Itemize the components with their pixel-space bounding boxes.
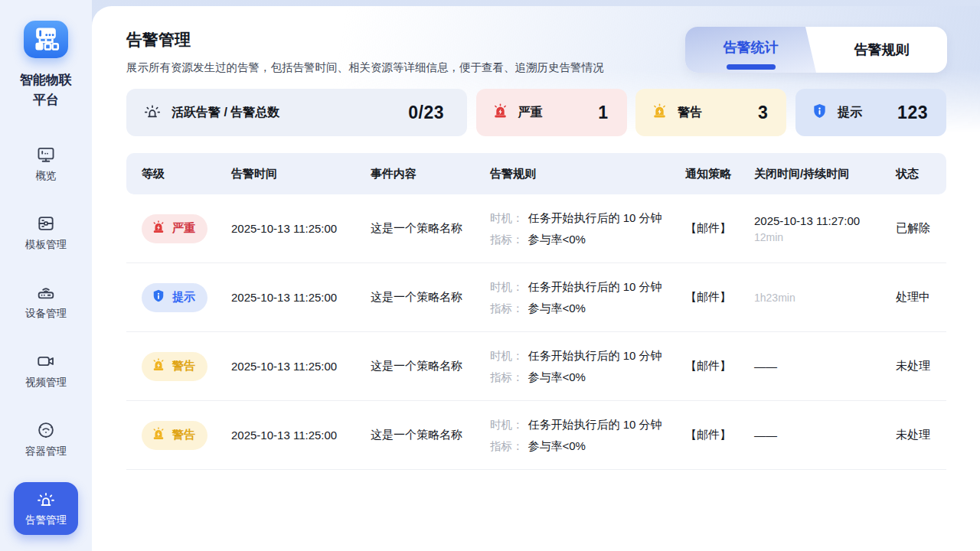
level-badge: 严重 [142,214,207,243]
table-header: 等级 告警时间 事件内容 告警规则 通知策略 关闭时间/持续时间 状态 [126,153,946,194]
close-duration: —— [754,427,896,444]
rule-timing-label: 时机： [490,419,524,431]
event-content: 这是一个策略名称 [371,290,490,305]
duration: 1h23min [754,290,896,305]
column-header: 关闭时间/持续时间 [754,167,896,181]
sidebar-item-label: 容器管理 [25,445,67,458]
rule-metric-label: 指标： [490,233,524,246]
siren-icon [151,357,166,375]
sidebar-item-container[interactable]: 容器管理 [14,413,78,466]
alarm-time: 2025-10-13 11:25:00 [231,360,371,373]
app-title: 智能物联 平台 [20,70,72,110]
sidebar-item-alarm[interactable]: 告警管理 [14,482,78,535]
stat-label: 活跃告警 / 告警总数 [172,105,279,121]
table-row[interactable]: 提示 2025-10-13 11:25:00 这是一个策略名称 时机：任务开始执… [126,263,946,332]
sidebar-item-device[interactable]: 设备管理 [14,276,78,328]
stats-row: 活跃告警 / 告警总数 0/23 严重 1 警告 3 [126,89,946,136]
tab-bar: 告警统计 告警规则 [685,27,947,73]
rule-metric-label: 指标： [490,371,524,383]
alarm-table: 等级 告警时间 事件内容 告警规则 通知策略 关闭时间/持续时间 状态 严重 2… [126,153,946,470]
level-badge: 警告 [142,352,207,381]
sidebar-item-overview[interactable]: 概览 [14,138,78,191]
siren-icon [151,220,166,237]
active-tab-indicator [727,64,776,70]
stat-active-total: 活跃告警 / 告警总数 0/23 [126,89,467,136]
siren-yellow-icon [651,103,668,123]
tab-alarm-statistics[interactable]: 告警统计 [685,27,816,73]
event-content: 这是一个策略名称 [371,221,490,236]
rule-timing-value: 任务开始执行后的 10 分钟 [528,211,662,224]
sidebar-item-video[interactable]: 视频管理 [14,344,78,397]
column-header: 等级 [142,167,231,181]
siren-icon [151,426,166,444]
rule-timing-value: 任务开始执行后的 10 分钟 [528,280,662,293]
status: 已解除 [896,221,946,236]
alarm-siren-outline-icon [143,102,162,123]
app-logo [24,21,68,58]
sidebar-item-template[interactable]: 模板管理 [14,207,78,259]
iot-network-icon [29,21,63,58]
level-badge: 警告 [142,421,207,450]
tab-label: 告警统计 [724,38,779,57]
video-camera-icon [36,351,56,371]
shield-icon [151,289,166,306]
close-duration: —— [754,358,896,375]
rule-metric-value: 参与率<0% [528,302,586,315]
overview-monitor-icon [36,145,56,165]
alarm-rule: 时机：任务开始执行后的 10 分钟 指标：参与率<0% [490,345,685,388]
level-label: 提示 [172,290,195,305]
column-header: 事件内容 [371,167,490,181]
level-label: 警告 [172,359,195,373]
stat-value: 3 [758,103,768,123]
stat-warning: 警告 3 [635,89,786,136]
rule-timing-value: 任务开始执行后的 10 分钟 [528,349,662,362]
sidebar-item-label: 模板管理 [25,238,67,252]
tab-alarm-rules[interactable]: 告警规则 [816,27,947,73]
status: 未处理 [896,359,946,373]
status: 未处理 [896,428,946,442]
rule-metric-label: 指标： [490,440,524,452]
alarm-time: 2025-10-13 11:25:00 [231,222,371,235]
table-row[interactable]: 严重 2025-10-13 11:25:00 这是一个策略名称 时机：任务开始执… [126,194,946,263]
device-router-icon [36,282,56,302]
shield-info-icon [811,103,828,123]
close-duration: 1h23min [754,290,896,305]
rule-metric-value: 参与率<0% [528,370,586,383]
main-panel: 告警管理 展示所有资源发生过的告警，包括告警时间、相关资源等详细信息，便于查看、… [92,6,980,551]
notify-policy: 【邮件】 [685,290,754,305]
event-content: 这是一个策略名称 [371,428,490,442]
column-header: 状态 [896,167,946,181]
stat-info: 提示 123 [795,89,946,136]
level-label: 警告 [172,428,195,442]
table-row[interactable]: 警告 2025-10-13 11:25:00 这是一个策略名称 时机：任务开始执… [126,401,946,470]
siren-red-icon [492,103,509,123]
alarm-time: 2025-10-13 11:25:00 [231,291,371,304]
sidebar-item-label: 告警管理 [25,514,67,527]
rule-metric-label: 指标： [490,302,524,315]
sidebar-item-label: 设备管理 [25,307,67,321]
stat-value: 123 [897,103,928,123]
notify-policy: 【邮件】 [685,221,754,236]
level-label: 严重 [172,221,195,236]
stat-severe: 严重 1 [476,89,627,136]
close-time: —— [754,358,896,375]
alarm-siren-icon [36,489,56,509]
sidebar-item-label: 概览 [36,169,57,183]
alarm-rule: 时机：任务开始执行后的 10 分钟 指标：参与率<0% [490,276,685,319]
event-content: 这是一个策略名称 [371,359,490,373]
table-row[interactable]: 警告 2025-10-13 11:25:00 这是一个策略名称 时机：任务开始执… [126,332,946,401]
column-header: 通知策略 [685,167,754,181]
stat-value: 0/23 [408,103,444,123]
alarm-time: 2025-10-13 11:25:00 [231,429,371,442]
close-duration: 2025-10-13 11:27:00 12min [754,213,896,245]
notify-policy: 【邮件】 [685,359,754,373]
rule-timing-label: 时机： [490,281,524,293]
column-header: 告警时间 [231,167,371,181]
close-time: —— [754,427,896,444]
sidebar-nav: 概览 模板管理 设备管理 视频管理 容器管理 [14,138,78,551]
rule-metric-value: 参与率<0% [528,439,586,452]
stat-value: 1 [598,103,608,123]
duration: 12min [754,230,896,245]
tab-label: 告警规则 [854,41,910,59]
column-header: 告警规则 [490,167,685,181]
